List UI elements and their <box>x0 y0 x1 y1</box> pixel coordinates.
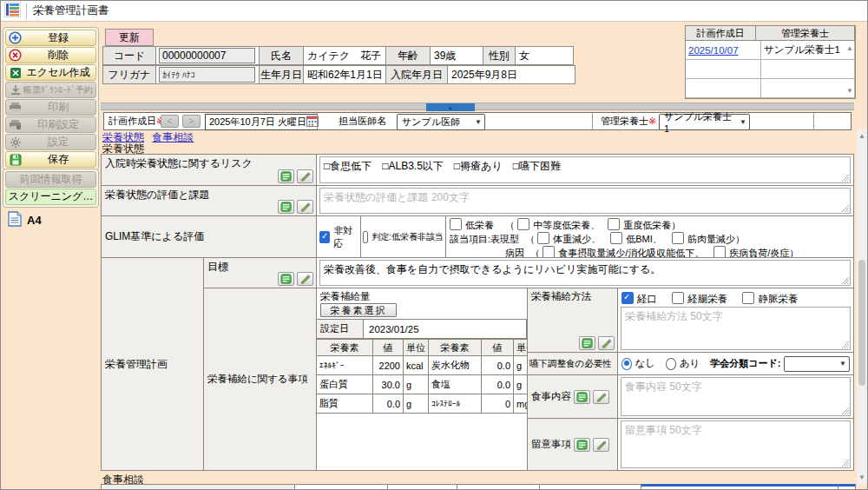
glim-label: GLIM基準による評価 <box>105 229 204 244</box>
delete-button[interactable]: 削除 <box>5 47 96 63</box>
print-button[interactable]: 印刷 <box>5 99 96 116</box>
splitter-collapse-handle[interactable]: ▲ <box>426 103 475 111</box>
goal-value-cell: 栄養改善後、食事を自力で摂取できるようにリハビリ実施可能にする。 <box>316 257 854 288</box>
glim-disease-checkbox[interactable] <box>713 246 726 258</box>
pencil-icon[interactable] <box>297 200 313 214</box>
scrollbar-thumb[interactable] <box>858 260 865 386</box>
resize-grip-icon[interactable] <box>842 277 849 284</box>
app-list-icon <box>4 2 21 20</box>
note-icon[interactable] <box>278 169 294 183</box>
plan-date-value: 2025年10月7日 火曜日 <box>209 116 306 129</box>
society-code-select[interactable]: ▼ <box>784 356 850 372</box>
goal-label: 目標 <box>207 261 228 273</box>
note-icon[interactable] <box>574 390 590 404</box>
plan-history-list: 計画作成日 管理栄養士 2025/10/07 サンプル栄養士1 ▲ ▼ <box>685 25 856 99</box>
save-button[interactable]: 保存 <box>5 151 96 168</box>
method-parenteral-checkbox[interactable] <box>742 292 754 304</box>
title-bar: 栄養管理計画書 <box>1 1 867 22</box>
note-icon[interactable] <box>278 200 294 214</box>
glim-low-bmi-checkbox[interactable] <box>610 232 622 244</box>
plan-date-link[interactable]: 2025/10/07 <box>688 45 739 56</box>
dysphagia-yes-radio[interactable] <box>666 358 676 370</box>
dietitian-label: 管理栄養士※ <box>601 113 656 129</box>
report-download-button[interactable]: 帳票ﾀﾞｳﾝﾛｰﾄﾞ予約 <box>5 82 96 98</box>
code-input[interactable]: 00000000007 <box>159 48 255 63</box>
dysphagia-no-radio[interactable] <box>621 358 632 370</box>
society-code-label: 学会分類コード: <box>710 357 780 370</box>
method-textarea[interactable] <box>621 308 850 349</box>
doctor-label: 担当医師名 <box>339 113 386 129</box>
meal-consult-partial-row <box>838 484 856 490</box>
glim-moderate-checkbox[interactable] <box>517 218 529 230</box>
glim-weight-loss-checkbox[interactable] <box>537 232 549 244</box>
register-button[interactable]: 登録 <box>5 30 96 46</box>
paper-size-label: A4 <box>27 214 42 227</box>
plan-list-header: 計画作成日 管理栄養士 <box>686 26 855 41</box>
previous-info-button[interactable]: 前回情報取得 <box>5 171 96 188</box>
supply-amount-label: 栄養補給量 <box>320 290 371 303</box>
meal-textarea[interactable] <box>621 378 850 415</box>
tab-update[interactable]: 更新 <box>105 29 154 46</box>
printer-settings-icon <box>8 118 23 131</box>
plan-date-field[interactable]: 2025年10月7日 火曜日 <box>205 114 318 130</box>
note-icon[interactable] <box>278 272 294 286</box>
goal-textarea[interactable]: 栄養改善後、食事を自力で摂取できるようにリハビリ実施可能にする。 <box>320 261 850 285</box>
glim-judge-checkbox[interactable] <box>363 231 368 243</box>
eval-value-cell <box>316 185 854 216</box>
scroll-down-icon[interactable]: ▼ <box>857 473 867 481</box>
kana-input[interactable]: ｶｲﾃｸ ﾊﾅｺ <box>159 67 255 83</box>
note-icon[interactable] <box>574 438 590 452</box>
next-date-button[interactable]: > <box>182 115 201 128</box>
nutrient-row: ｴﾈﾙｷﾞｰ 2200 kcal 炭水化物 0.0 g <box>317 356 539 375</box>
resize-grip-icon[interactable] <box>842 205 849 212</box>
panel-splitter: ▲ <box>101 103 854 110</box>
paper-size-row: A4 <box>8 211 42 229</box>
risk-textarea[interactable]: □食思低下 □ALB3.5以下 □褥瘡あり □嚥下困難 <box>320 157 850 182</box>
prev-date-button[interactable]: < <box>161 115 179 128</box>
page-title: 栄養管理計画書 <box>33 3 109 18</box>
pencil-icon[interactable] <box>297 272 313 286</box>
dietitian-select[interactable]: サンプル栄養士1▼ <box>659 114 750 130</box>
nav-link-meal-consult[interactable]: 食事相談 <box>152 131 194 143</box>
scroll-up-icon[interactable]: ▲ <box>857 132 867 140</box>
glim-severe-checkbox[interactable] <box>608 218 620 230</box>
required-mark: ※ <box>648 116 656 127</box>
excel-create-button[interactable]: エクセル作成 <box>5 64 96 81</box>
sex-label: 性別 <box>483 46 516 65</box>
pencil-icon[interactable] <box>593 438 609 452</box>
plan-date-label: 計画作成日※ <box>108 113 164 129</box>
main-scrollbar[interactable]: ▲ ▼ <box>857 129 867 484</box>
resize-grip-icon[interactable] <box>842 460 849 467</box>
plan-list-row <box>686 79 855 98</box>
glim-na-checkbox[interactable] <box>319 231 330 243</box>
glim-intake-checkbox[interactable] <box>542 246 555 258</box>
notes-textarea[interactable] <box>621 421 850 467</box>
chevron-down-icon: ▼ <box>735 118 746 126</box>
notes-label: 留意事項 <box>531 438 571 451</box>
resize-grip-icon[interactable] <box>842 175 849 182</box>
glim-malnutrition-checkbox[interactable] <box>450 218 462 230</box>
pencil-icon[interactable] <box>598 336 615 350</box>
doctor-select[interactable]: サンプル医師▼ <box>397 114 485 130</box>
nutrient-select-button[interactable]: 栄養素選択 <box>320 303 397 317</box>
list-scroll-down-icon[interactable]: ▼ <box>846 88 853 95</box>
glim-label-cell: GLIM基準による評価 <box>101 215 317 258</box>
list-scroll-up-icon[interactable]: ▲ <box>846 45 853 52</box>
age-value: 39歳 <box>430 46 483 65</box>
delete-icon <box>8 49 23 62</box>
glim-muscle-loss-checkbox[interactable] <box>672 232 684 244</box>
method-oral-checkbox[interactable] <box>621 292 634 304</box>
meal-label-cell: 食事内容 <box>527 374 618 419</box>
resize-grip-icon[interactable] <box>842 341 849 348</box>
pencil-icon[interactable] <box>297 169 313 183</box>
eval-textarea[interactable] <box>320 189 850 213</box>
plan-date-header: 計画作成日 <box>686 26 756 41</box>
print-settings-button[interactable]: 印刷設定 <box>5 116 96 133</box>
method-enteral-checkbox[interactable] <box>672 292 684 304</box>
glim-detail-cell: 低栄養 （ 中等度低栄養、 重度低栄養） 該当項目:表現型 （ 体重減少、 低B… <box>445 215 854 258</box>
note-icon[interactable] <box>579 336 595 350</box>
pencil-icon[interactable] <box>593 390 609 404</box>
resize-grip-icon[interactable] <box>842 407 849 414</box>
settings-button[interactable]: 設定 <box>5 134 96 150</box>
screening-button[interactable]: スクリーニング… <box>5 189 96 205</box>
